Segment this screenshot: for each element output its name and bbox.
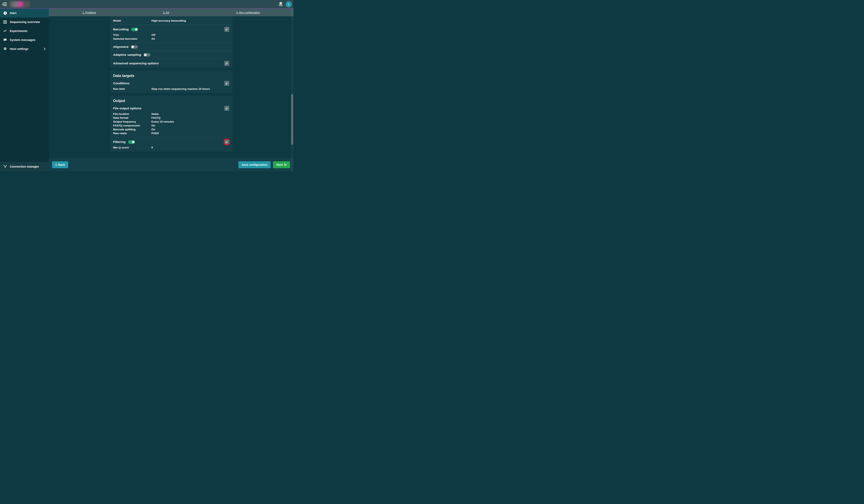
step-kit[interactable]: 2. Kit — [163, 11, 169, 14]
svg-rect-6 — [3, 22, 4, 22]
menu-toggle-button[interactable] — [2, 1, 8, 7]
sidebar-item-connection-manager[interactable]: Connection manager — [0, 162, 49, 171]
sidebar-item-start[interactable]: Start — [0, 9, 49, 17]
pencil-icon — [225, 62, 228, 65]
pencil-icon — [225, 107, 228, 110]
step-run-configuration[interactable]: 3. Run configuration — [236, 11, 260, 14]
sidebar-item-host-settings[interactable]: Host settings — [0, 44, 49, 53]
hub-icon — [3, 165, 7, 168]
sidebar-item-experiments[interactable]: Experiments — [0, 26, 49, 35]
edit-advanced-button[interactable] — [224, 61, 229, 66]
svg-text:?: ? — [280, 2, 281, 4]
kv-fastq-compression: FASTQ compression On — [113, 124, 229, 128]
panel-data-targets: Data targets Conditions Run limit Stop r… — [110, 71, 232, 93]
raw-reads-value: POD5 — [152, 132, 159, 135]
selected-barcodes-value: All — [152, 37, 155, 40]
svg-point-14 — [5, 39, 6, 40]
sidebar-item-system-messages[interactable]: System messages — [0, 35, 49, 44]
sidebar: Start Sequencing overview Experiments — [0, 9, 49, 171]
help-label: Help — [278, 4, 283, 7]
content-scroll[interactable]: Model High-accuracy basecalling Barcodin… — [49, 16, 293, 158]
svg-point-15 — [5, 48, 6, 49]
trim-value: Off — [152, 33, 156, 36]
fastq-comp-label: FASTQ compression — [113, 124, 152, 127]
svg-rect-11 — [6, 23, 7, 24]
topbar: ? Help L — [0, 0, 293, 9]
output-freq-value: Every 10 minutes — [152, 120, 174, 123]
sidebar-item-label: Experiments — [10, 29, 27, 33]
barcoding-toggle[interactable] — [131, 28, 138, 31]
svg-rect-10 — [5, 23, 5, 24]
kv-run-limit: Run limit Stop run when sequencing reach… — [113, 87, 229, 91]
file-location-label: File location — [113, 112, 152, 116]
chevron-right-icon — [44, 48, 46, 50]
data-format-value: FASTQ — [152, 116, 160, 119]
gear-icon — [3, 47, 7, 51]
grid-icon — [3, 20, 7, 24]
sidebar-item-label: Host settings — [10, 47, 28, 50]
selected-barcodes-label: Selected barcodes — [113, 37, 152, 40]
adaptive-sampling-toggle[interactable] — [144, 53, 151, 57]
sidebar-item-sequencing-overview[interactable]: Sequencing overview — [0, 17, 49, 26]
svg-rect-3 — [3, 20, 4, 21]
pencil-icon — [225, 28, 228, 31]
back-button[interactable]: Back — [52, 161, 68, 168]
edit-filtering-button[interactable] — [224, 140, 229, 144]
avatar-initial: L — [288, 3, 289, 6]
alignment-label: Alignment — [113, 45, 129, 49]
model-label: Model — [113, 19, 152, 22]
main: 1. Positions 2. Kit 3. Run configuration… — [49, 9, 293, 171]
run-limit-value: Stop run when sequencing reaches 24 hour… — [152, 87, 210, 91]
start-button[interactable]: Start — [273, 161, 290, 168]
svg-rect-8 — [6, 22, 7, 22]
user-avatar[interactable]: L — [286, 1, 292, 7]
file-output-label: File output options — [113, 107, 142, 110]
topbar-right: ? Help L — [278, 1, 292, 7]
filtering-toggle[interactable] — [128, 140, 135, 144]
svg-rect-5 — [6, 20, 7, 21]
kv-trim: Trim Off — [113, 33, 229, 37]
scrollbar-thumb[interactable] — [291, 94, 293, 145]
logo — [9, 1, 30, 7]
play-circle-icon — [3, 11, 7, 15]
kv-file-location: File location /data/. — [113, 112, 229, 116]
raw-reads-label: Raw reads — [113, 132, 152, 135]
kv-selected-barcodes: Selected barcodes All — [113, 37, 229, 41]
model-value: High-accuracy basecalling — [152, 19, 186, 22]
steps-bar: 1. Positions 2. Kit 3. Run configuration — [49, 9, 293, 16]
pencil-icon — [225, 141, 228, 143]
step-positions[interactable]: 1. Positions — [82, 11, 96, 14]
kv-raw-reads: Raw reads POD5 — [113, 131, 229, 135]
chevron-left-icon — [56, 164, 57, 166]
topbar-left — [2, 1, 30, 7]
sidebar-item-label: Sequencing overview — [10, 20, 40, 24]
sidebar-item-label: Start — [10, 11, 16, 15]
svg-rect-7 — [5, 22, 5, 22]
adaptive-sampling-label: Adaptive sampling — [113, 53, 141, 57]
filtering-label: Filtering — [113, 140, 125, 144]
edit-conditions-button[interactable] — [224, 81, 229, 86]
scrollbar-track[interactable] — [291, 9, 293, 171]
output-title: Output — [110, 96, 232, 104]
message-icon — [3, 38, 7, 42]
alignment-toggle[interactable] — [131, 45, 138, 49]
barcode-split-value: On — [152, 128, 155, 131]
pencil-icon — [225, 82, 228, 85]
data-format-label: Data format — [113, 116, 152, 119]
svg-rect-4 — [5, 20, 5, 21]
edit-file-output-button[interactable] — [224, 106, 229, 111]
save-button-label: Save configuration — [242, 163, 267, 166]
footer-bar: Back Save configuration Start — [49, 158, 293, 171]
run-limit-label: Run limit — [113, 87, 152, 91]
save-configuration-button[interactable]: Save configuration — [238, 161, 271, 168]
kv-output-frequency: Output frequency Every 10 minutes — [113, 120, 229, 124]
sidebar-item-label: Connection manager — [10, 165, 39, 168]
data-targets-title: Data targets — [110, 71, 232, 79]
output-freq-label: Output frequency — [113, 120, 152, 123]
svg-point-12 — [4, 39, 5, 40]
help-button[interactable]: ? Help — [278, 2, 283, 7]
minq-label: Min Q score — [113, 146, 152, 149]
edit-barcoding-button[interactable] — [224, 27, 229, 32]
hamburger-back-icon — [2, 2, 7, 6]
barcode-split-label: Barcode splitting — [113, 128, 152, 131]
